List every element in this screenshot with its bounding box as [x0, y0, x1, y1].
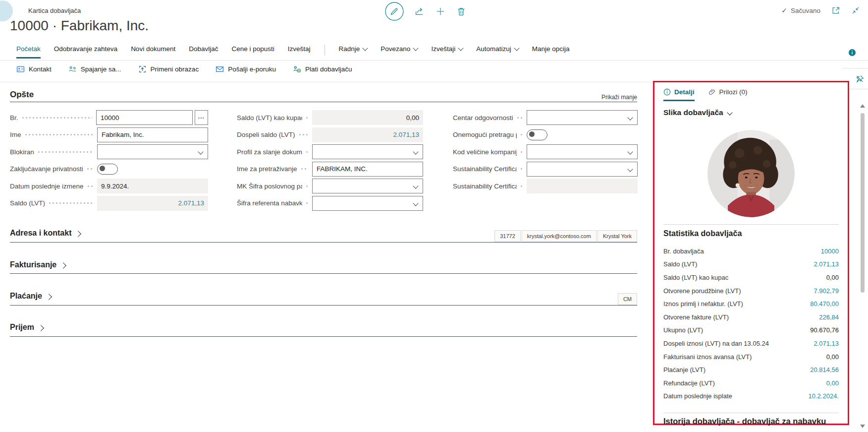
edit-icon[interactable] — [384, 1, 404, 21]
record-toolbar — [384, 1, 467, 21]
no-input[interactable] — [96, 110, 193, 125]
ribbon-tab-izve-taj[interactable]: Izveštaj — [288, 45, 311, 59]
pay-vendor-icon — [293, 65, 301, 73]
scrollbar-thumb[interactable] — [861, 113, 865, 293]
open-in-new-window-icon[interactable] — [831, 6, 840, 15]
sustainability-cert-combo[interactable] — [527, 162, 638, 177]
privacy-blocked-toggle[interactable] — [97, 164, 118, 175]
section-heading-invoicing[interactable]: Fakturisanje — [10, 260, 65, 269]
ribbon-tab-dobavlja[interactable]: Dobavljač — [189, 45, 218, 59]
field-balance: Saldo (LVT) 2.071,13 — [10, 196, 208, 211]
disable-search-toggle[interactable] — [527, 129, 547, 140]
responsibility-center-combo[interactable] — [527, 110, 638, 125]
field-no-label: Br. — [10, 114, 18, 122]
chevron-down-icon — [514, 45, 519, 51]
document-sending-profile-combo[interactable] — [312, 144, 423, 159]
tile-badge[interactable]: krystal.york@contoso.com — [522, 230, 597, 242]
show-less-link[interactable]: Prikaži manje — [601, 94, 637, 101]
info-icon[interactable] — [848, 49, 856, 57]
action-bar: KontaktSpajanje sa...Primeni obrazacPoša… — [16, 65, 352, 73]
stat-value[interactable]: 2.071,13 — [814, 260, 839, 268]
stat-value[interactable]: 0,00 — [826, 379, 839, 387]
vendor-picture-heading[interactable]: Slika dobavljača — [663, 108, 732, 117]
ribbon-menu-automatizuj[interactable]: Automatizuj — [476, 45, 519, 59]
field-responsibility-center-label: Centar odgovornosti — [453, 114, 513, 122]
blocked-combo[interactable] — [97, 144, 208, 159]
scrollbar-up-arrow[interactable] — [860, 104, 865, 108]
field-privacy-blocked-label: Zaključavanje privatnosti — [10, 165, 83, 173]
statistics-list: Br. dobavljača10000Saldo (LVT)2.071,13Sa… — [663, 245, 839, 403]
no-assist-button[interactable]: ⋯ — [195, 110, 208, 125]
collapse-view-icon[interactable] — [851, 6, 860, 15]
action-kontakt[interactable]: Kontakt — [16, 65, 52, 73]
unpin-icon[interactable] — [855, 74, 865, 84]
stat-value[interactable]: 2.071,13 — [814, 340, 839, 347]
stat-row: Dospeli iznosi (LVT) na dan 13.05.242.07… — [663, 337, 839, 350]
check-icon: ✓ — [781, 6, 787, 14]
stat-value[interactable]: 80.470,00 — [810, 300, 839, 308]
stat-label: Saldo (LVT) kao kupac — [663, 274, 728, 281]
stat-value[interactable]: 10000 — [821, 247, 839, 255]
contact-card-icon — [16, 65, 25, 73]
field-purchaser-code: Šifra referenta nabavke — [237, 196, 423, 211]
new-record-icon[interactable] — [435, 6, 446, 17]
tab-attachments-label: Prilozi (0) — [719, 88, 748, 96]
ribbon-tab-po-etak[interactable]: Početak — [16, 45, 41, 59]
search-name-input[interactable] — [312, 162, 423, 177]
stat-value[interactable]: 226,84 — [819, 313, 839, 321]
stat-value[interactable]: 20.814,56 — [810, 366, 839, 373]
name-input[interactable] — [97, 127, 208, 142]
scrollbar-down-arrow[interactable] — [860, 425, 865, 428]
action-plati-dobavlja-u[interactable]: Plati dobavljaču — [293, 65, 352, 73]
field-search-name: Ime za pretraživanje — [237, 162, 423, 177]
stat-row: Datum poslednje isplate10.2.2024. — [663, 390, 839, 403]
stat-row: Iznos primlj i nefaktur. (LVT)80.470,00 — [663, 297, 839, 310]
tile-badge[interactable]: 31772 — [494, 230, 521, 242]
ribbon-tab-novi-dokument[interactable]: Novi dokument — [131, 45, 175, 59]
window-controls: ✓ Sačuvano — [781, 6, 860, 15]
field-privacy-blocked: Zaključavanje privatnosti — [10, 162, 208, 177]
action-po-alji-e-poruku[interactable]: Pošalji e-poruku — [216, 65, 276, 73]
purchaser-code-combo[interactable] — [312, 196, 423, 211]
factbox-panel: Detalji Prilozi (0) Slika dobavljača — [653, 81, 849, 425]
stat-value[interactable]: 7.902,79 — [814, 287, 839, 295]
field-last-modified-label: Datum poslednje izmene — [10, 183, 84, 190]
balance-value[interactable]: 2.071,13 — [97, 196, 208, 211]
section-heading-address[interactable]: Adresa i kontakt — [10, 229, 80, 238]
stat-label: Otvorene porudžbine (LVT) — [663, 287, 741, 295]
ribbon-menu-povezano[interactable]: Povezano — [380, 45, 418, 59]
tab-details[interactable]: Detalji — [663, 88, 695, 101]
ribbon-menu-izve-taji[interactable]: Izveštaji — [431, 45, 463, 59]
vendor-photo[interactable] — [707, 130, 795, 217]
ribbon-tab-cene-i-popusti[interactable]: Cene i popusti — [231, 45, 274, 59]
partner-code-combo[interactable] — [312, 179, 423, 193]
action-primeni-obrazac[interactable]: Primeni obrazac — [138, 65, 199, 73]
section-heading-general[interactable]: Opšte — [10, 90, 34, 100]
ribbon-more-options[interactable]: Manje opcija — [532, 45, 570, 59]
chevron-down-icon — [413, 200, 418, 206]
stat-value[interactable]: 10.2.2024. — [809, 392, 839, 400]
section-heading-payments[interactable]: Plaćanje — [10, 292, 51, 301]
save-status: ✓ Sačuvano — [781, 6, 820, 14]
ribbon-tab-odobravanje-zahteva[interactable]: Odobravanje zahteva — [54, 45, 117, 59]
stat-row: Otvorene fakture (LVT)226,84 — [663, 310, 839, 324]
share-icon[interactable] — [414, 6, 425, 17]
receiving-rule — [10, 336, 637, 337]
tile-badge[interactable]: CM — [618, 293, 637, 305]
page-caption[interactable]: Kartica dobavljača — [28, 7, 81, 14]
chevron-down-icon — [413, 149, 418, 154]
delete-icon[interactable] — [456, 6, 467, 17]
company-size-combo[interactable] — [527, 144, 638, 159]
balance-due-value[interactable]: 2.071,13 — [312, 127, 423, 142]
field-disable-search-label: Onemogući pretragu po i... — [453, 131, 517, 138]
stat-label: Br. dobavljača — [663, 247, 704, 255]
tile-badge[interactable]: Krystal York — [597, 230, 637, 242]
section-heading-receiving[interactable]: Prijem — [10, 323, 43, 332]
ribbon-menu-radnje[interactable]: Radnje — [339, 45, 368, 59]
tab-attachments[interactable]: Prilozi (0) — [708, 88, 748, 101]
field-responsibility-center: Centar odgovornosti — [453, 110, 638, 125]
section-receiving-label: Prijem — [10, 323, 34, 332]
field-purchaser-code-label: Šifra referenta nabavke — [237, 199, 302, 207]
address-badges: 31772krystal.york@contoso.comKrystal Yor… — [494, 230, 637, 242]
action-spajanje-sa[interactable]: Spajanje sa... — [68, 65, 121, 73]
